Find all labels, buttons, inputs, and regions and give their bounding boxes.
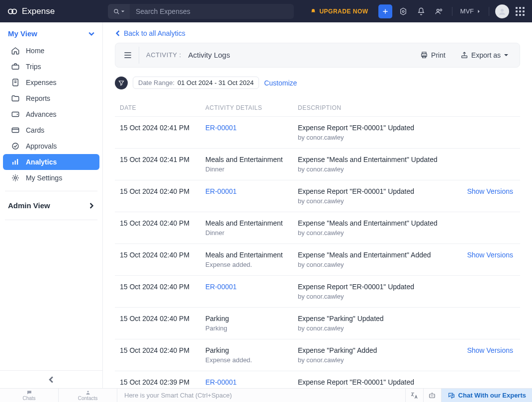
sidebar-item-analytics[interactable]: Analytics	[3, 154, 99, 170]
activity-subtitle: Dinner	[205, 229, 298, 237]
sidebar-item-label: Reports	[26, 94, 50, 102]
table-row[interactable]: 15 Oct 2024 02:40 PMER-00001Expense Repo…	[115, 180, 520, 212]
sidebar-item-cards[interactable]: Cards	[3, 122, 99, 138]
brand-name: Expense	[22, 6, 55, 16]
sidebar-item-reports[interactable]: Reports	[3, 90, 99, 106]
sidebar-item-label: Approvals	[26, 142, 57, 150]
range-label: Date Range:	[138, 79, 175, 86]
filter-row: Date Range: 01 Oct 2024 - 31 Oct 2024 Cu…	[103, 68, 532, 93]
cell-date: 15 Oct 2024 02:41 PM	[120, 124, 205, 132]
description-by: by conor.cawley	[298, 134, 460, 141]
table-row[interactable]: 15 Oct 2024 02:39 PMER-00001Expense Repo…	[115, 371, 520, 388]
quick-add-button[interactable]	[378, 4, 392, 18]
bottom-translate-button[interactable]	[406, 389, 424, 402]
svg-rect-16	[17, 159, 18, 164]
bottom-bot-button[interactable]	[424, 389, 442, 402]
plus-icon	[382, 8, 389, 15]
show-versions-link[interactable]: Show Versions	[467, 346, 513, 354]
svg-point-25	[433, 395, 434, 396]
description-by: by conor.cawley	[298, 165, 460, 173]
table-row[interactable]: 15 Oct 2024 02:41 PMMeals and Entertainm…	[115, 149, 520, 180]
chat-bubble-icon	[26, 390, 33, 396]
cell-description: Expense "Meals and Entertainment" Update…	[298, 156, 460, 173]
bottom-contacts[interactable]: Contacts	[59, 389, 117, 402]
table-row[interactable]: 15 Oct 2024 02:41 PMER-00001Expense Repo…	[115, 117, 520, 149]
avatar[interactable]	[495, 4, 509, 18]
range-value: 01 Oct 2024 - 31 Oct 2024	[177, 79, 254, 86]
filter-button[interactable]	[115, 77, 128, 89]
page-menu-button[interactable]	[122, 47, 139, 64]
cell-activity: ER-00001	[205, 124, 298, 132]
cell-description: Expense Report "ER-00001" Updatedby cono…	[298, 378, 460, 388]
sidebar-item-label: Trips	[26, 63, 41, 71]
print-button[interactable]: Print	[416, 49, 449, 61]
body-row: My View Home Trips Expenses Reports Adva…	[0, 22, 532, 388]
search-input[interactable]	[130, 4, 294, 19]
card-icon	[11, 126, 20, 135]
sidebar-item-label: Home	[26, 47, 44, 55]
hamburger-icon	[123, 50, 133, 60]
refer-button[interactable]	[432, 4, 446, 18]
activity-link[interactable]: ER-00001	[205, 283, 298, 291]
sidebar-collapse-button[interactable]	[0, 370, 102, 388]
sidebar: My View Home Trips Expenses Reports Adva…	[0, 22, 103, 388]
show-versions-link[interactable]: Show Versions	[467, 187, 513, 195]
table-row[interactable]: 15 Oct 2024 02:40 PMMeals and Entertainm…	[115, 212, 520, 244]
sidebar-item-label: Cards	[26, 126, 44, 134]
smart-chat-input[interactable]	[123, 391, 399, 400]
svg-point-5	[437, 9, 439, 11]
bell-icon	[310, 8, 316, 14]
person-small-icon	[85, 390, 91, 396]
sidebar-section-myview[interactable]: My View	[0, 22, 102, 43]
notifications-button[interactable]	[414, 4, 428, 18]
table-row[interactable]: 15 Oct 2024 02:40 PMParkingParkingExpens…	[115, 308, 520, 339]
sidebar-section-admin[interactable]: Admin View	[0, 196, 102, 215]
description-by: by conor.cawley	[298, 293, 460, 300]
cell-versions: Show Versions	[460, 187, 515, 195]
home-icon	[11, 46, 20, 55]
cell-date: 15 Oct 2024 02:39 PM	[120, 378, 205, 386]
col-header-description: DESCRIPTION	[298, 104, 460, 111]
sidebar-section-title: My View	[8, 29, 37, 38]
check-circle-icon	[11, 142, 20, 151]
customize-link[interactable]: Customize	[264, 79, 297, 87]
sidebar-item-expenses[interactable]: Expenses	[3, 75, 99, 90]
search-scope-button[interactable]	[108, 4, 130, 19]
svg-rect-14	[12, 162, 13, 164]
sidebar-item-advances[interactable]: Advances	[3, 106, 99, 122]
date-range-pill[interactable]: Date Range: 01 Oct 2024 - 31 Oct 2024	[133, 77, 259, 89]
table-row[interactable]: 15 Oct 2024 02:40 PMParkingExpense added…	[115, 339, 520, 371]
sidebar-separator-2	[5, 220, 97, 220]
activity-title: Parking	[205, 346, 298, 354]
table-row[interactable]: 15 Oct 2024 02:40 PMER-00001Expense Repo…	[115, 276, 520, 308]
user-initials: MVF	[460, 7, 474, 15]
sidebar-item-settings[interactable]: My Settings	[3, 170, 99, 186]
caret-down-icon	[121, 9, 125, 13]
smart-chat-wrap	[117, 389, 406, 402]
back-link[interactable]: Back to all Analytics	[115, 29, 185, 37]
export-button[interactable]: Export as	[456, 49, 513, 61]
activity-link[interactable]: ER-00001	[205, 378, 298, 386]
description-text: Expense "Meals and Entertainment" Update…	[298, 219, 460, 227]
chat-experts-button[interactable]: Chat With our Experts	[442, 389, 532, 402]
svg-point-6	[440, 9, 442, 11]
activity-link[interactable]: ER-00001	[205, 124, 298, 132]
sidebar-item-trips[interactable]: Trips	[3, 59, 99, 75]
table-header: DATE ACTIVITY DETAILS DESCRIPTION	[115, 99, 520, 117]
activity-link[interactable]: ER-00001	[205, 187, 298, 195]
table-row[interactable]: 15 Oct 2024 02:40 PMMeals and Entertainm…	[115, 244, 520, 276]
settings-top-button[interactable]	[396, 4, 410, 18]
chevron-left-icon	[48, 376, 55, 383]
cell-description: Expense Report "ER-00001" Updatedby cono…	[298, 124, 460, 141]
apps-button[interactable]	[513, 4, 527, 18]
bottom-chats[interactable]: Chats	[0, 389, 59, 402]
svg-rect-21	[462, 56, 467, 58]
chevron-down-icon	[89, 31, 94, 37]
sidebar-item-approvals[interactable]: Approvals	[3, 138, 99, 154]
show-versions-link[interactable]: Show Versions	[467, 251, 513, 259]
org-picker[interactable]: MVF	[458, 7, 483, 15]
gear-icon	[11, 173, 20, 182]
sidebar-item-home[interactable]: Home	[3, 43, 99, 59]
upgrade-button[interactable]: UPGRADE NOW	[304, 8, 374, 15]
briefcase-icon	[11, 62, 20, 71]
